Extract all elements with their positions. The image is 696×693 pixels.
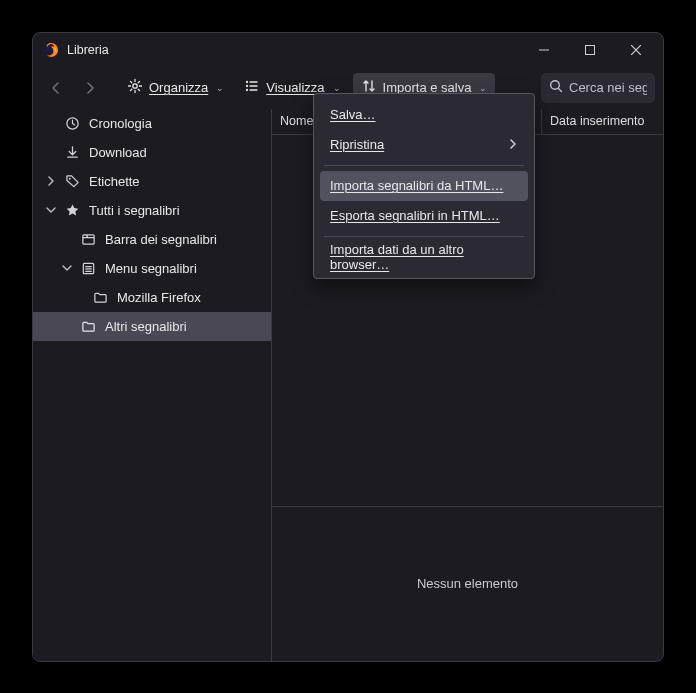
import-export-menu: Salva… Ripristina Importa segnalibri da … xyxy=(313,93,535,279)
sidebar-item-bookmarks-toolbar[interactable]: Barra dei segnalibri xyxy=(33,225,271,254)
menu-item-import-browser[interactable]: Importa dati da un altro browser… xyxy=(320,242,528,272)
bookmarks-menu-icon xyxy=(79,259,97,277)
menu-item-label: Esporta segnalibri in HTML… xyxy=(330,208,500,223)
bookmarks-toolbar-icon xyxy=(79,230,97,248)
column-label: Nome xyxy=(280,114,313,128)
folder-icon xyxy=(79,317,97,335)
menu-item-import-html[interactable]: Importa segnalibri da HTML… xyxy=(320,171,528,201)
back-button[interactable] xyxy=(41,73,71,103)
star-icon xyxy=(63,201,81,219)
svg-point-3 xyxy=(247,82,248,83)
download-icon xyxy=(63,143,81,161)
maximize-button[interactable] xyxy=(567,33,613,67)
menu-item-label: Importa dati da un altro browser… xyxy=(330,242,464,272)
svg-rect-9 xyxy=(82,234,93,243)
sidebar-item-label: Barra dei segnalibri xyxy=(101,232,217,247)
chevron-down-icon: ⌄ xyxy=(333,83,341,93)
forward-button[interactable] xyxy=(75,73,105,103)
close-button[interactable] xyxy=(613,33,659,67)
library-window: Libreria xyxy=(32,32,664,662)
empty-message: Nessun elemento xyxy=(417,576,518,591)
menu-item-label: Ripristina xyxy=(330,137,384,152)
tag-icon xyxy=(63,172,81,190)
sidebar-item-label: Menu segnalibri xyxy=(101,261,197,276)
folder-icon xyxy=(91,288,109,306)
menu-item-label: Importa segnalibri da HTML… xyxy=(330,178,503,193)
titlebar: Libreria xyxy=(33,33,663,67)
sidebar-item-label: Cronologia xyxy=(85,116,152,131)
sidebar-item-download[interactable]: Download xyxy=(33,138,271,167)
chevron-right-icon[interactable] xyxy=(43,173,59,189)
search-input[interactable] xyxy=(569,80,647,95)
sidebar-item-all-bookmarks[interactable]: Tutti i segnalibri xyxy=(33,196,271,225)
chevron-down-icon[interactable] xyxy=(59,260,75,276)
sidebar-item-history[interactable]: Cronologia xyxy=(33,109,271,138)
chevron-right-icon xyxy=(508,137,518,152)
organize-label: Organizza xyxy=(149,80,208,95)
window-controls xyxy=(521,33,659,67)
sidebar-item-mozilla-firefox[interactable]: Mozilla Firefox xyxy=(33,283,271,312)
column-date-added[interactable]: Data inserimento xyxy=(542,109,663,134)
search-box[interactable] xyxy=(541,73,655,103)
sidebar-item-bookmarks-menu[interactable]: Menu segnalibri xyxy=(33,254,271,283)
menu-item-save[interactable]: Salva… xyxy=(320,100,528,130)
menu-separator xyxy=(324,236,524,237)
sidebar-item-other-bookmarks[interactable]: Altri segnalibri xyxy=(33,312,271,341)
svg-point-2 xyxy=(133,84,137,88)
svg-point-4 xyxy=(247,86,248,87)
sidebar-item-label: Mozilla Firefox xyxy=(113,290,201,305)
sidebar-item-label: Altri segnalibri xyxy=(101,319,187,334)
search-icon xyxy=(549,79,563,96)
organize-button[interactable]: Organizza ⌄ xyxy=(119,73,232,103)
sidebar-item-label: Tutti i segnalibri xyxy=(85,203,180,218)
minimize-button[interactable] xyxy=(521,33,567,67)
svg-point-8 xyxy=(68,177,70,179)
sidebar-item-label: Download xyxy=(85,145,147,160)
gear-icon xyxy=(127,78,143,97)
list-icon xyxy=(244,78,260,97)
titlebar-left: Libreria xyxy=(43,42,109,58)
menu-separator xyxy=(324,165,524,166)
details-pane: Nessun elemento xyxy=(272,506,663,661)
sidebar-item-label: Etichette xyxy=(85,174,140,189)
chevron-down-icon: ⌄ xyxy=(479,83,487,93)
clock-icon xyxy=(63,114,81,132)
svg-rect-1 xyxy=(586,45,595,54)
menu-item-export-html[interactable]: Esporta segnalibri in HTML… xyxy=(320,201,528,231)
firefox-icon xyxy=(43,42,59,58)
column-label: Data inserimento xyxy=(550,114,645,128)
menu-item-label: Salva… xyxy=(330,107,376,122)
chevron-down-icon: ⌄ xyxy=(216,83,224,93)
chevron-down-icon[interactable] xyxy=(43,202,59,218)
svg-point-5 xyxy=(247,90,248,91)
menu-item-restore[interactable]: Ripristina xyxy=(320,130,528,160)
sidebar-item-tags[interactable]: Etichette xyxy=(33,167,271,196)
sidebar: Cronologia Download Etichette xyxy=(33,109,271,661)
window-title: Libreria xyxy=(67,43,109,57)
